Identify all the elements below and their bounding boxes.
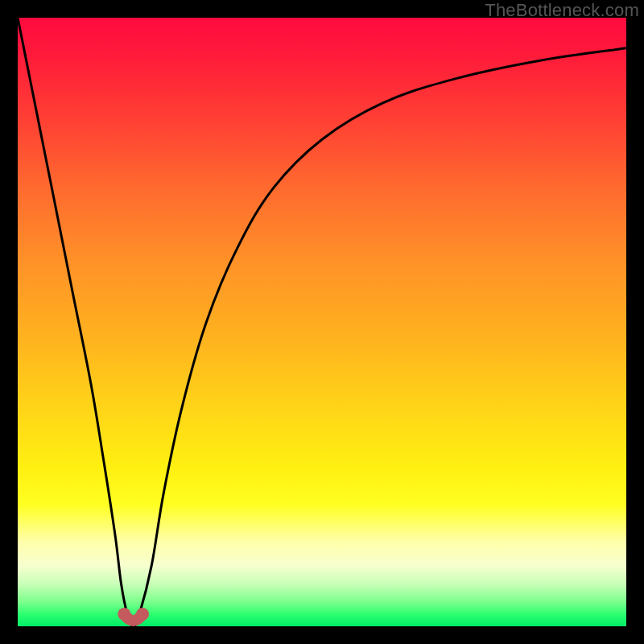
curve-layer <box>18 18 626 626</box>
marker-right-dot <box>136 608 149 621</box>
bottleneck-curve <box>18 18 626 626</box>
chart-frame: TheBottleneck.com <box>0 0 644 644</box>
plot-area <box>18 18 626 626</box>
marker-left-dot <box>118 608 130 621</box>
